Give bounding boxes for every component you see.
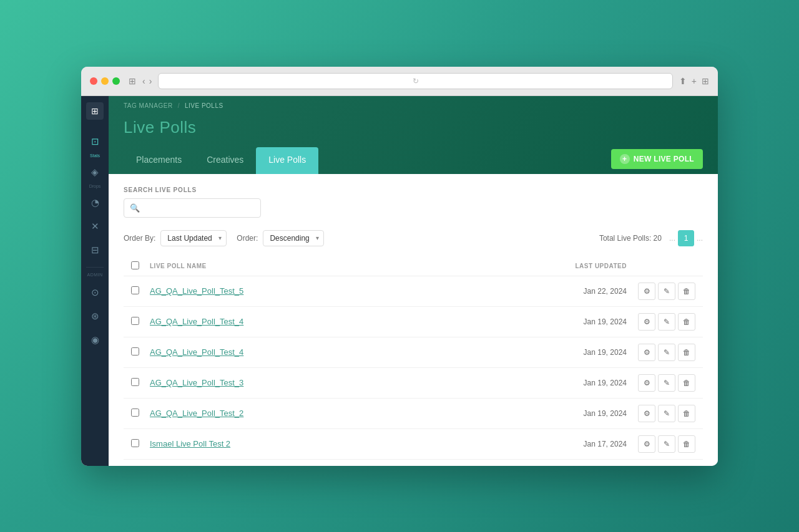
edit-button-1[interactable]: ✎ [658, 313, 675, 331]
edit-button-0[interactable]: ✎ [658, 283, 675, 300]
app-logo[interactable]: ⊞ [86, 102, 104, 120]
drops-label: Drops [89, 184, 101, 188]
row-checkbox-0[interactable] [131, 286, 139, 294]
row-checkbox-1[interactable] [131, 317, 139, 325]
total-text: Total Live Polls: 20 [599, 234, 662, 243]
delete-button-5[interactable]: 🗑 [678, 435, 695, 453]
edit-button-2[interactable]: ✎ [658, 344, 675, 361]
row-checkbox-wrap [131, 286, 150, 296]
settings-button-5[interactable]: ⚙ [638, 435, 655, 453]
drops-icon: ◈ [91, 167, 99, 178]
order-select-wrap: Descending Ascending [263, 230, 324, 246]
order-by-label: Order By: [124, 234, 155, 243]
search-label: SEARCH LIVE POLLS [124, 186, 703, 193]
row-actions-2: ⚙ ✎ 🗑 [627, 344, 695, 361]
grid-icon[interactable]: ⊞ [702, 76, 709, 86]
tab-placements[interactable]: Placements [124, 147, 194, 174]
share-icon[interactable]: ⬆ [679, 76, 687, 86]
order-label: Order: [237, 234, 258, 243]
sidebar-item-settings[interactable]: ⊙ [85, 283, 105, 302]
search-section: SEARCH LIVE POLLS 🔍 [124, 186, 703, 218]
row-checkbox-wrap [131, 317, 150, 327]
row-name-2[interactable]: AG_QA_Live_Poll_Test_4 [150, 347, 552, 357]
order-select[interactable]: Descending Ascending [263, 230, 324, 246]
row-name-0[interactable]: AG_QA_Live_Poll_Test_5 [150, 286, 552, 296]
page-1-button[interactable]: 1 [678, 230, 694, 246]
next-dots: ... [697, 234, 703, 243]
row-actions-5: ⚙ ✎ 🗑 [627, 435, 695, 453]
table-row: AG_QA_Live_Poll_Test_4 Jan 19, 2024 ⚙ ✎ … [124, 307, 703, 337]
row-date-3: Jan 19, 2024 [552, 379, 627, 387]
breadcrumb-parent[interactable]: TAG MANAGER [124, 102, 173, 109]
forward-button[interactable]: › [149, 76, 152, 86]
delete-button-0[interactable]: 🗑 [678, 283, 695, 300]
settings-button-2[interactable]: ⚙ [638, 344, 655, 361]
delete-button-4[interactable]: 🗑 [678, 405, 695, 422]
settings-button-3[interactable]: ⚙ [638, 374, 655, 392]
search-input[interactable] [124, 198, 261, 218]
sidebar-item-map[interactable]: ⊟ [85, 240, 105, 260]
admin-label: ADMIN [87, 273, 102, 277]
delete-button-3[interactable]: 🗑 [678, 374, 695, 392]
header-check-col [131, 261, 150, 271]
order-by-select[interactable]: Last Updated Name [160, 230, 227, 246]
row-name-5[interactable]: Ismael Live Poll Test 2 [150, 439, 552, 448]
sidebar: ⊞ ⊡ Stats ◈ Drops ◔ ✕ ⊟ ADMIN ⊙ [81, 96, 109, 466]
close-button[interactable] [90, 77, 97, 85]
table-row: AG_QA_Live_Poll_Test_5 Jan 22, 2024 ⚙ ✎ … [124, 276, 703, 307]
tab-live-polls[interactable]: Live Polls [256, 147, 318, 174]
new-tab-icon[interactable]: + [692, 76, 697, 86]
profile-icon: ◉ [91, 334, 99, 346]
table-row: Ismael Live Poll Test 2 Jan 17, 2024 ⚙ ✎… [124, 429, 703, 460]
new-live-poll-button[interactable]: + NEW LIVE POLL [611, 149, 703, 169]
row-name-3[interactable]: AG_QA_Live_Poll_Test_3 [150, 378, 552, 387]
toolbar-row: Order By: Last Updated Name Order: Desce… [124, 228, 703, 246]
row-checkbox-wrap [131, 439, 150, 449]
url-bar[interactable]: ↻ [158, 73, 672, 89]
col-date-header: LAST UPDATED [552, 263, 627, 269]
delete-button-1[interactable]: 🗑 [678, 313, 695, 331]
tabs-row: Placements Creatives Live Polls + NEW LI… [124, 147, 703, 174]
sidebar-item-analytics[interactable]: ◔ [85, 193, 105, 213]
row-checkbox-5[interactable] [131, 439, 139, 447]
minimize-button[interactable] [101, 77, 109, 85]
settings-button-0[interactable]: ⚙ [638, 283, 655, 300]
order-by-select-wrap: Last Updated Name [160, 230, 227, 246]
edit-button-5[interactable]: ✎ [658, 435, 675, 453]
settings-button-4[interactable]: ⚙ [638, 405, 655, 422]
row-actions-1: ⚙ ✎ 🗑 [627, 313, 695, 331]
edit-button-3[interactable]: ✎ [658, 374, 675, 392]
sidebar-item-profile[interactable]: ◉ [85, 330, 105, 350]
settings-icon: ⊙ [91, 287, 99, 298]
select-all-checkbox[interactable] [131, 261, 139, 269]
back-button[interactable]: ‹ [142, 76, 145, 86]
sidebar-item-dashboard[interactable]: ⊡ [85, 132, 105, 152]
row-checkbox-4[interactable] [131, 409, 139, 417]
fullscreen-button[interactable] [112, 77, 120, 85]
browser-nav: ‹ › [142, 76, 152, 86]
sidebar-item-drops[interactable]: ◈ [85, 162, 105, 182]
tab-creatives[interactable]: Creatives [194, 147, 256, 174]
row-checkbox-wrap [131, 378, 150, 388]
content-area: SEARCH LIVE POLLS 🔍 Order By: Last Updat… [109, 174, 718, 466]
row-date-5: Jan 17, 2024 [552, 440, 627, 448]
row-checkbox-3[interactable] [131, 378, 139, 386]
browser-actions: ⬆ + ⊞ [679, 76, 709, 86]
page-title: Live Polls [124, 113, 703, 137]
settings-button-1[interactable]: ⚙ [638, 313, 655, 331]
map-icon: ⊟ [91, 244, 99, 256]
row-name-1[interactable]: AG_QA_Live_Poll_Test_4 [150, 317, 552, 326]
edit-button-4[interactable]: ✎ [658, 405, 675, 422]
pagination-area: Total Live Polls: 20 ... 1 ... [599, 230, 703, 246]
sidebar-item-users[interactable]: ⊛ [85, 306, 105, 326]
row-name-4[interactable]: AG_QA_Live_Poll_Test_2 [150, 409, 552, 418]
delete-button-2[interactable]: 🗑 [678, 344, 695, 361]
col-name-header: LIVE POLL NAME [150, 263, 552, 269]
row-checkbox-wrap [131, 409, 150, 418]
breadcrumb: TAG MANAGER / LIVE POLLS [124, 96, 703, 113]
row-checkbox-2[interactable] [131, 347, 139, 355]
sidebar-item-tools[interactable]: ✕ [85, 216, 105, 236]
analytics-icon: ◔ [91, 197, 99, 208]
sidebar-toggle-icon[interactable]: ⊞ [129, 76, 136, 86]
users-icon: ⊛ [91, 311, 99, 322]
